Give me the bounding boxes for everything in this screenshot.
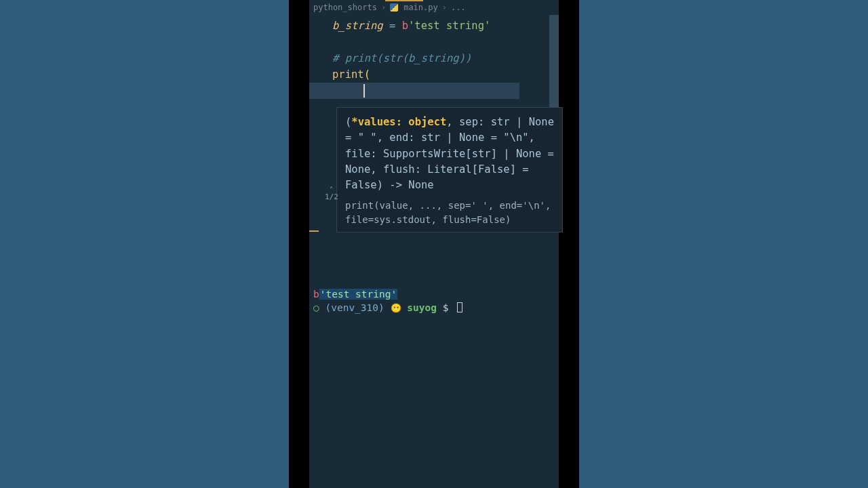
breadcrumb-folder[interactable]: python_shorts bbox=[313, 3, 377, 12]
gutter-marker bbox=[309, 230, 319, 232]
breadcrumb[interactable]: python_shorts › main.py › ... bbox=[309, 0, 559, 15]
python-file-icon bbox=[390, 3, 398, 12]
editor-panel: python_shorts › main.py › ... b_string =… bbox=[309, 0, 559, 488]
code-line-1[interactable]: b_string = b'test string' bbox=[332, 18, 559, 34]
signature-help-tooltip: ˄ 1/2 ˅ (*values: object, sep: str | Non… bbox=[336, 107, 563, 232]
prompt-dollar: $ bbox=[443, 302, 449, 313]
signature-doc: print(value, ..., sep=' ', end='\n', fil… bbox=[345, 199, 554, 226]
git-branch-indicator: ○ bbox=[313, 302, 319, 313]
breadcrumb-file[interactable]: main.py bbox=[403, 3, 438, 12]
left-black-bar bbox=[289, 0, 309, 488]
terminal-cursor bbox=[457, 302, 462, 312]
text-cursor bbox=[363, 84, 365, 98]
right-black-bar bbox=[559, 0, 579, 488]
code-line-3[interactable]: # print(str(b_string)) bbox=[332, 50, 559, 66]
code-line-5-active[interactable] bbox=[309, 83, 519, 99]
breadcrumb-separator-2: › bbox=[442, 3, 447, 12]
terminal-prompt[interactable]: ○ (venv_310) 😶 suyog $ bbox=[313, 302, 555, 313]
active-parameter: *values: object bbox=[351, 116, 446, 128]
terminal-output-line: b'test string' bbox=[313, 289, 555, 300]
breadcrumb-dots[interactable]: ... bbox=[451, 3, 466, 12]
venv-label: (venv_310) bbox=[325, 302, 384, 313]
active-tab-indicator bbox=[385, 0, 423, 1]
breadcrumb-separator-1: › bbox=[381, 3, 386, 12]
prompt-user: suyog bbox=[407, 302, 437, 313]
overload-counter[interactable]: ˄ 1/2 ˅ bbox=[325, 186, 338, 207]
code-line-4[interactable]: print( bbox=[332, 66, 559, 83]
signature-text: (*values: object, sep: str | None = " ",… bbox=[345, 115, 554, 193]
code-editor[interactable]: b_string = b'test string' # print(str(b_… bbox=[309, 15, 559, 99]
terminal[interactable]: b'test string' ○ (venv_310) 😶 suyog $ bbox=[309, 289, 559, 313]
overload-count: 1/2 bbox=[325, 193, 338, 201]
code-line-2-blank[interactable] bbox=[332, 34, 559, 50]
prompt-emoji-icon: 😶 bbox=[391, 303, 401, 313]
